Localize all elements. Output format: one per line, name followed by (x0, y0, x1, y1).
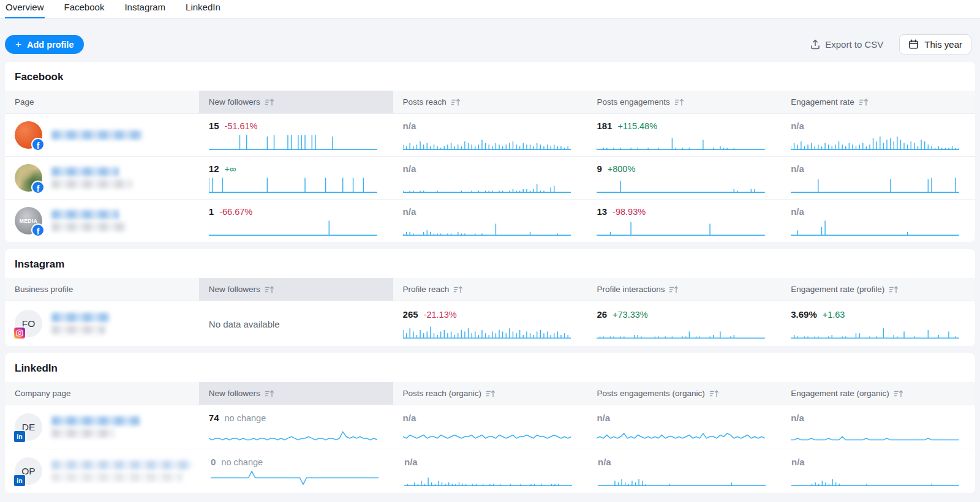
column-header-label: Posts reach (organic) (403, 389, 481, 398)
sparkline-chart (209, 176, 377, 193)
redacted-profile-name (51, 416, 140, 425)
column-header-engagement-rate-profile[interactable]: Engagement rate (profile) (781, 278, 975, 301)
metric-cell: 12+∞ (199, 157, 393, 199)
add-profile-label: Add profile (27, 40, 74, 50)
avatar: f (15, 121, 42, 149)
metric-cell: No data available (199, 301, 393, 346)
metric-value: 0 (211, 457, 216, 467)
sparkline-chart (597, 321, 765, 339)
table-row: f 12+∞n/a9+800%n/a (5, 156, 975, 199)
metric-cell: n/a (782, 449, 975, 493)
metric-value: 9 (597, 163, 601, 174)
metric-cell: 181+115.48% (587, 114, 781, 156)
metric-value: n/a (791, 163, 804, 174)
column-header-engagement-rate[interactable]: Engagement rate (781, 91, 975, 113)
sparkline-chart (791, 469, 959, 487)
section-title: Facebook (5, 62, 975, 91)
metric-delta: -21.13% (424, 310, 457, 320)
facebook-badge-icon: f (31, 138, 45, 151)
column-header-new-followers[interactable]: New followers (199, 91, 393, 113)
metric-delta: -66.67% (219, 207, 252, 217)
metric-cell: 265-21.13% (393, 301, 587, 346)
sparkline-chart (403, 176, 571, 193)
sparkline-chart (597, 133, 765, 151)
profile-cell[interactable]: f (5, 160, 199, 195)
metric-delta: +1.63 (823, 310, 845, 320)
metric-cell: n/a (393, 114, 587, 156)
profile-name (51, 415, 140, 440)
profile-cell[interactable]: MEDIA f (5, 203, 199, 238)
table-header-row: Business profileNew followers Profile re… (5, 278, 975, 301)
sort-icon (451, 98, 461, 107)
tab-facebook[interactable]: Facebook (64, 0, 105, 18)
column-header-posts-engagements-organic[interactable]: Posts engagements (organic) (587, 382, 781, 405)
metric-delta: +115.48% (617, 121, 657, 131)
column-header-profile-interactions[interactable]: Profile interactions (587, 278, 781, 301)
sparkline-chart (791, 176, 959, 193)
metric-delta: +800% (608, 164, 636, 174)
metric-value: n/a (403, 206, 417, 217)
profile-cell[interactable]: DE in (5, 410, 199, 444)
column-header-business-profile: Business profile (5, 278, 199, 301)
metric-value: 3.69% (791, 309, 817, 320)
column-header-posts-reach-organic[interactable]: Posts reach (organic) (393, 382, 587, 405)
column-header-new-followers[interactable]: New followers (199, 278, 393, 301)
column-header-engagement-rate-organic[interactable]: Engagement rate (organic) (781, 382, 975, 405)
sort-icon (453, 285, 464, 294)
date-range-button[interactable]: This year (899, 34, 971, 54)
column-header-profile-reach[interactable]: Profile reach (393, 278, 587, 301)
profile-cell[interactable]: FO (5, 306, 199, 341)
metric-delta: +73.33% (612, 310, 648, 320)
metric-value: 13 (597, 206, 607, 217)
table-header-row: Company pageNew followers Posts reach (o… (5, 382, 975, 405)
tab-overview[interactable]: Overview (5, 0, 45, 18)
metric-cell: n/a (781, 114, 975, 156)
column-header-new-followers[interactable]: New followers (199, 382, 393, 405)
tab-linkedin[interactable]: LinkedIn (185, 0, 221, 18)
column-header-label: Engagement rate (791, 97, 854, 107)
profile-name (51, 166, 132, 190)
metric-cell: 74no change (199, 405, 393, 449)
avatar: f (15, 164, 42, 192)
facebook-badge-icon: f (31, 181, 45, 194)
redacted-profile-name (51, 313, 110, 322)
linkedin-badge-icon: in (13, 430, 26, 443)
profile-cell[interactable]: OP in (5, 454, 201, 489)
sparkline-chart (211, 469, 379, 487)
metric-value: 181 (597, 121, 612, 131)
sparkline-chart (597, 425, 765, 443)
instagram-badge-icon (13, 326, 26, 340)
metric-value: n/a (404, 457, 418, 467)
calendar-icon (908, 39, 919, 50)
metric-value: 12 (209, 163, 219, 174)
redacted-profile-name (51, 429, 115, 438)
column-header-posts-reach[interactable]: Posts reach (393, 91, 587, 113)
metric-cell: 1-66.67% (199, 200, 393, 242)
export-to-csv-button[interactable]: Export to CSV (810, 39, 883, 50)
sparkline-chart (791, 425, 959, 443)
column-header-label: New followers (209, 285, 260, 294)
section-card-instagram: InstagramBusiness profileNew followers P… (5, 249, 975, 346)
metric-cell: 15-51.61% (199, 114, 393, 156)
tab-instagram[interactable]: Instagram (124, 0, 166, 18)
section-title: LinkedIn (5, 353, 975, 382)
metric-delta: -51.61% (224, 121, 257, 131)
sort-icon (674, 98, 685, 107)
metric-cell: 26+73.33% (587, 301, 781, 346)
sort-icon (709, 389, 720, 398)
redacted-profile-name (51, 222, 126, 231)
metric-cell: 13-98.93% (587, 200, 781, 242)
metric-cell: n/a (587, 405, 781, 449)
top-tab-bar: Overview Facebook Instagram LinkedIn (0, 0, 980, 19)
add-profile-button[interactable]: + Add profile (5, 35, 84, 54)
sort-icon (894, 389, 904, 398)
metric-cell: n/a (393, 200, 587, 242)
metric-cell: 9+800% (587, 157, 781, 199)
sparkline-chart (403, 321, 571, 339)
instagram-camera-icon (16, 329, 23, 337)
sort-icon (265, 389, 275, 398)
profile-cell[interactable]: f (5, 118, 199, 152)
column-header-posts-engagements[interactable]: Posts engagements (587, 91, 781, 113)
redacted-profile-name (51, 460, 191, 470)
metric-cell: n/a (393, 157, 587, 199)
